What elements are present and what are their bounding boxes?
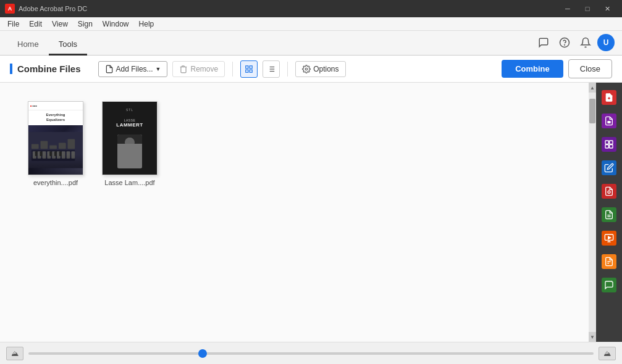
sidebar-tool-export-office[interactable]: [598, 250, 620, 273]
svg-rect-14: [32, 144, 39, 149]
svg-rect-26: [62, 151, 65, 159]
file2-subtitle: STL: [126, 108, 133, 112]
file-item-2[interactable]: STL LASSE LAMMERT 3AM REVEN: [99, 101, 161, 186]
svg-rect-3: [250, 65, 252, 68]
menu-window[interactable]: Window: [98, 19, 134, 30]
export-pdf-icon: [602, 114, 616, 128]
toolbar-separator-2: [287, 62, 288, 77]
scan-icon: [602, 184, 616, 199]
svg-rect-18: [68, 139, 75, 149]
edit-pdf-icon: [602, 160, 616, 175]
sidebar-tool-scan[interactable]: [598, 180, 620, 202]
list-view-button[interactable]: [263, 60, 280, 78]
nav-right-icons: U: [534, 34, 615, 55]
close-window-button[interactable]: ✕: [597, 0, 617, 17]
svg-point-1: [565, 44, 565, 45]
file1-header: ■ ■■■: [28, 102, 83, 110]
sidebar-tool-export-pdf[interactable]: [598, 110, 620, 132]
user-avatar[interactable]: U: [597, 34, 615, 51]
app-title: Adobe Acrobat Pro DC: [19, 5, 558, 12]
add-files-button[interactable]: Add Files... ▼: [98, 61, 168, 77]
add-files-icon: [105, 65, 114, 73]
menu-file[interactable]: File: [2, 19, 24, 30]
remove-button[interactable]: Remove: [172, 61, 225, 77]
svg-rect-33: [59, 151, 62, 156]
mountain-right-icon: ⛰: [603, 349, 611, 358]
vertical-scrollbar[interactable]: ▲ ▼: [589, 83, 596, 342]
maximize-button[interactable]: □: [578, 0, 597, 17]
rich-media-icon: [602, 231, 616, 246]
options-button[interactable]: Options: [295, 61, 345, 77]
svg-rect-27: [67, 151, 70, 159]
file-item-1[interactable]: ■ ■■■ Everything Equalizers: [25, 101, 86, 186]
slider-thumb[interactable]: [198, 349, 207, 358]
scroll-thumb[interactable]: [589, 99, 595, 123]
svg-rect-29: [35, 151, 38, 156]
file1-img-svg: [28, 125, 83, 175]
file1-name: everythin....pdf: [33, 179, 78, 186]
svg-rect-32: [54, 151, 57, 156]
sidebar-tool-comment[interactable]: [598, 274, 620, 296]
title-bar: A Adobe Acrobat Pro DC ─ □ ✕: [0, 0, 622, 17]
file2-figure-svg: 3AM REVENGE: [117, 134, 142, 168]
sidebar-tool-rich-media[interactable]: [598, 227, 620, 249]
chat-icon: [538, 37, 549, 48]
minimize-button[interactable]: ─: [558, 0, 578, 17]
scroll-down-arrow[interactable]: ▼: [589, 332, 596, 342]
file-thumb-2: STL LASSE LAMMERT 3AM REVEN: [102, 101, 158, 175]
sidebar-tool-create-pdf[interactable]: [598, 86, 620, 109]
next-page-button[interactable]: ⛰: [599, 347, 616, 360]
app-icon: A: [5, 4, 15, 14]
menu-bar: File Edit View Sign Window Help: [0, 17, 622, 31]
svg-rect-17: [59, 143, 66, 149]
list-view-icon: [267, 65, 275, 73]
svg-rect-4: [246, 70, 248, 72]
svg-rect-34: [117, 134, 142, 168]
add-files-dropdown-icon: ▼: [156, 66, 161, 72]
menu-sign[interactable]: Sign: [73, 19, 98, 30]
close-button[interactable]: Close: [568, 59, 612, 78]
toolbar: Combine Files Add Files... ▼ Remove Opti…: [0, 56, 622, 83]
sidebar-tool-recognize-text[interactable]: [598, 204, 620, 226]
svg-marker-50: [608, 236, 611, 239]
prev-page-button[interactable]: ⛰: [6, 347, 23, 360]
menu-edit[interactable]: Edit: [24, 19, 47, 30]
remove-label: Remove: [190, 65, 218, 73]
svg-rect-41: [605, 141, 608, 144]
sidebar-tool-organize[interactable]: [598, 133, 620, 155]
grid-view-button[interactable]: [240, 60, 258, 78]
bell-icon-button[interactable]: [576, 34, 595, 51]
file1-title: Everything Equalizers: [28, 110, 83, 125]
user-initial: U: [603, 38, 609, 47]
file-thumb-1: ■ ■■■ Everything Equalizers: [28, 101, 83, 175]
help-icon-button[interactable]: [555, 34, 574, 51]
svg-rect-22: [42, 151, 46, 159]
sidebar-tool-edit-pdf[interactable]: [598, 157, 620, 179]
file2-figure: 3AM REVENGE: [117, 134, 142, 168]
file2-title: LASSE LAMMERT: [116, 118, 143, 128]
file1-image: [28, 125, 83, 175]
scroll-up-arrow[interactable]: ▲: [589, 83, 596, 93]
page-slider-container: [28, 352, 594, 355]
svg-rect-16: [49, 145, 57, 149]
chat-icon-button[interactable]: [534, 34, 553, 51]
menu-help[interactable]: Help: [134, 19, 159, 30]
page-title: Combine Files: [10, 64, 81, 74]
add-files-label: Add Files...: [116, 65, 153, 73]
svg-rect-15: [41, 141, 48, 149]
tab-tools[interactable]: Tools: [49, 35, 87, 56]
menu-view[interactable]: View: [47, 19, 73, 30]
tab-home[interactable]: Home: [7, 35, 49, 56]
recognize-text-icon: [602, 207, 616, 222]
bell-icon: [580, 37, 591, 48]
svg-rect-31: [49, 151, 52, 156]
svg-rect-5: [250, 70, 252, 72]
mountain-left-icon: ⛰: [11, 349, 19, 358]
nav-bar: Home Tools U: [0, 31, 622, 56]
combine-button[interactable]: Combine: [502, 60, 563, 78]
file-area: ■ ■■■ Everything Equalizers: [0, 83, 596, 342]
svg-rect-40: [607, 121, 610, 123]
grid-view-icon: [245, 65, 253, 73]
svg-rect-2: [246, 65, 248, 68]
help-icon: [559, 37, 570, 48]
